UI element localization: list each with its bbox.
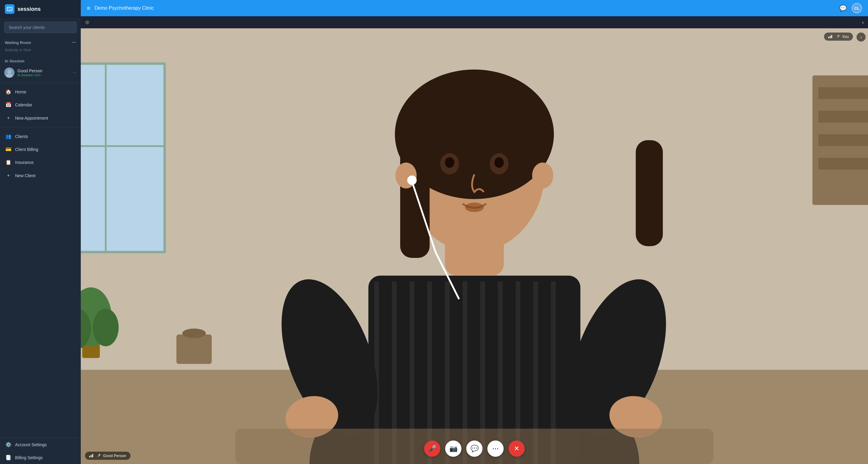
- video-topbar: ⊕ ›: [81, 16, 868, 28]
- search-input[interactable]: Search your clients: [4, 22, 76, 33]
- svg-rect-4: [81, 64, 164, 252]
- video-background: [81, 28, 868, 464]
- sidebar-item-account-settings[interactable]: ⚙️ Account Settings: [0, 438, 81, 451]
- topbar: ≡ Demo Psychotherapy Clinic 💬 CL: [81, 0, 868, 16]
- waiting-room-section: Waiting Room ···: [0, 37, 81, 47]
- camera-button[interactable]: 📷: [445, 440, 461, 457]
- self-signal-bars-icon: [828, 35, 832, 38]
- video-collapse-button[interactable]: ›: [857, 33, 866, 41]
- chat-button[interactable]: 💬: [466, 440, 483, 457]
- svg-rect-17: [176, 335, 212, 364]
- user-avatar[interactable]: CL: [852, 3, 862, 13]
- menu-button[interactable]: ≡: [87, 5, 90, 12]
- video-self-label: 🎤̸ You: [824, 33, 853, 41]
- video-overlay: ⊕ ›: [81, 16, 868, 464]
- waiting-room-empty-label: Nobody is here: [0, 47, 81, 56]
- self-mic-icon: 🎤̸: [835, 35, 840, 39]
- calendar-label: Calendar: [15, 102, 32, 107]
- client-billing-icon: 💳: [5, 147, 11, 152]
- in-session-section-label: In Session: [0, 56, 81, 65]
- sidebar-item-new-client[interactable]: ＋ New Client: [0, 169, 81, 182]
- account-settings-label: Account Settings: [15, 442, 47, 447]
- video-participant-name: Good Person: [103, 454, 126, 458]
- svg-point-16: [93, 309, 119, 346]
- insurance-label: Insurance: [15, 160, 33, 165]
- svg-point-48: [465, 203, 484, 212]
- end-call-button[interactable]: ✕: [508, 440, 525, 457]
- topbar-icons: 💬 CL: [839, 3, 862, 13]
- end-call-icon: ✕: [514, 445, 519, 453]
- svg-rect-11: [818, 158, 868, 169]
- more-options-button[interactable]: ⋯: [487, 440, 504, 457]
- app-logo-icon: [5, 4, 14, 14]
- sidebar-item-insurance[interactable]: 📋 Insurance: [0, 156, 81, 169]
- sidebar-item-home[interactable]: 🏠 Home: [0, 85, 81, 98]
- camera-icon: 📷: [450, 445, 458, 453]
- home-icon: 🏠: [5, 89, 11, 95]
- sidebar-item-clients[interactable]: 👥 Clients: [0, 130, 81, 143]
- sidebar-item-new-appointment[interactable]: ＋ New Appointment: [0, 111, 81, 125]
- client-name: Good Person: [18, 68, 70, 73]
- svg-rect-39: [400, 140, 430, 258]
- content-area: Good Person ··· Internal ID: 12345678 ℹ …: [81, 16, 868, 464]
- svg-rect-10: [818, 134, 868, 146]
- new-appointment-icon: ＋: [5, 115, 11, 121]
- mic-icon: 🎤: [428, 445, 436, 453]
- chat-bubble-icon: 💬: [470, 445, 478, 453]
- svg-point-18: [182, 329, 206, 338]
- new-appointment-label: New Appointment: [15, 116, 48, 121]
- home-label: Home: [15, 90, 26, 94]
- new-client-label: New Client: [15, 173, 36, 178]
- svg-point-2: [6, 73, 13, 78]
- svg-point-46: [445, 157, 454, 168]
- account-settings-icon: ⚙️: [5, 442, 11, 447]
- calendar-icon: 📅: [5, 102, 11, 107]
- client-status: In-Session 11m: [18, 73, 70, 77]
- mic-muted-icon: 🎤̸: [96, 454, 101, 458]
- divider-2: [0, 127, 81, 127]
- client-billing-label: Client Billing: [15, 147, 38, 152]
- sidebar: sessions Search your clients Waiting Roo…: [0, 0, 81, 464]
- video-participant-label: 🎤̸ Good Person: [85, 452, 130, 460]
- divider: [0, 83, 81, 83]
- app-name: sessions: [18, 6, 41, 12]
- client-avatar: [4, 67, 14, 78]
- clients-label: Clients: [15, 134, 28, 139]
- svg-rect-9: [818, 111, 868, 123]
- new-client-icon: ＋: [5, 172, 11, 179]
- video-controls: 🎤 📷 💬 ⋯ ✕: [424, 440, 525, 457]
- sidebar-header: sessions: [0, 0, 81, 18]
- sidebar-item-calendar[interactable]: 📅 Calendar: [0, 98, 81, 111]
- sidebar-item-client-billing[interactable]: 💳 Client Billing: [0, 143, 81, 156]
- svg-point-1: [7, 70, 11, 74]
- sidebar-bottom: ⚙️ Account Settings 📑 Billing Settings: [0, 438, 81, 464]
- expand-video-icon[interactable]: ⊕: [85, 19, 90, 26]
- chat-icon[interactable]: 💬: [839, 4, 847, 12]
- signal-bars-icon: [89, 454, 93, 457]
- svg-rect-0: [7, 7, 12, 11]
- main-area: ≡ Demo Psychotherapy Clinic 💬 CL Good Pe…: [81, 0, 868, 464]
- clients-icon: 👥: [5, 133, 11, 139]
- in-session-client-row[interactable]: Good Person In-Session 11m ···: [0, 65, 81, 80]
- more-icon: ⋯: [492, 445, 499, 453]
- waiting-room-more-button[interactable]: ···: [72, 40, 76, 45]
- clinic-name: Demo Psychotherapy Clinic: [95, 5, 839, 11]
- svg-point-42: [532, 163, 553, 189]
- svg-point-43: [407, 176, 416, 185]
- client-info: Good Person In-Session 11m: [18, 68, 70, 77]
- billing-settings-icon: 📑: [5, 455, 11, 460]
- svg-rect-8: [818, 87, 868, 99]
- insurance-icon: 📋: [5, 159, 11, 165]
- billing-settings-label: Billing Settings: [15, 455, 43, 460]
- svg-rect-40: [636, 140, 663, 246]
- collapse-video-button[interactable]: ›: [862, 19, 864, 26]
- video-self-name: You: [842, 34, 849, 39]
- client-more-button[interactable]: ···: [73, 70, 76, 75]
- sidebar-item-billing-settings[interactable]: 📑 Billing Settings: [0, 451, 81, 464]
- mic-button[interactable]: 🎤: [424, 440, 440, 457]
- video-main: 🎤̸ Good Person 🎤̸ You ›: [81, 28, 868, 464]
- svg-point-47: [494, 157, 504, 168]
